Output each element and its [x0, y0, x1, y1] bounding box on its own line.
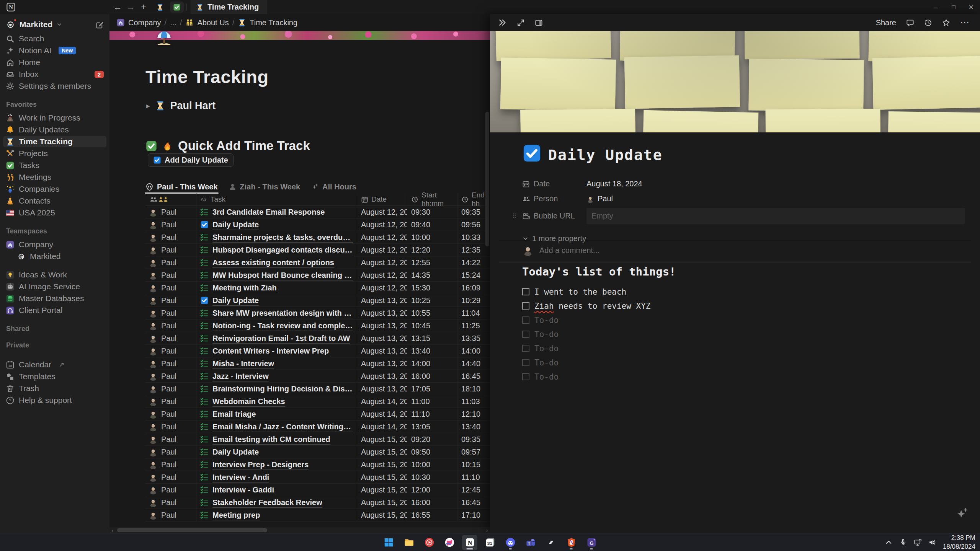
date-cell[interactable]: August 13, 2024	[357, 320, 407, 332]
sidebar-item[interactable]: Master Databases	[3, 293, 106, 304]
taskbar-clock[interactable]: 2:38 PM 18/08/2024	[943, 534, 975, 551]
start-time-cell[interactable]: 10:45	[407, 320, 457, 332]
task-cell[interactable]: Interview - Andi	[196, 471, 357, 483]
start-time-cell[interactable]: 10:00	[407, 458, 457, 471]
task-cell[interactable]: Content Writers - Interview Prep	[196, 345, 357, 357]
nav-back-button[interactable]: ←	[112, 0, 123, 14]
sidebar-item[interactable]: Client Portal	[3, 305, 106, 316]
todo-item[interactable]: To-do	[522, 358, 957, 367]
start-time-cell[interactable]: 16:00	[407, 370, 457, 382]
compose-icon[interactable]	[95, 20, 104, 29]
sidebar-item[interactable]: Daily Updates	[3, 124, 106, 135]
page-title[interactable]: Time Tracking	[145, 66, 269, 87]
date-cell[interactable]: August 12, 2024	[357, 282, 407, 294]
date-cell[interactable]: August 12, 2024	[357, 256, 407, 269]
person-cell[interactable]: Paul	[145, 433, 196, 445]
person-cell[interactable]: Paul	[145, 332, 196, 344]
property-label[interactable]: Person	[522, 194, 586, 203]
workspace-switcher[interactable]: Markited	[0, 16, 109, 33]
date-cell[interactable]: August 13, 2024	[357, 357, 407, 370]
end-time-cell[interactable]: 11:04	[457, 307, 490, 319]
todo-checkbox[interactable]	[522, 302, 529, 310]
property-label[interactable]: Bubble URL	[522, 212, 586, 220]
property-row[interactable]: Date August 18, 2024	[522, 176, 965, 191]
todo-checkbox[interactable]	[522, 331, 529, 338]
breadcrumb-item[interactable]: Time Tracking	[238, 18, 297, 27]
date-cell[interactable]: August 13, 2024	[357, 332, 407, 344]
task-cell[interactable]: Email testing with CM continued	[196, 433, 357, 445]
taskbar-icon[interactable]	[462, 535, 477, 550]
drag-handle-icon[interactable]: ⠿	[512, 213, 516, 220]
sidebar-item[interactable]: Projects	[3, 148, 106, 159]
peek-page-icon-blue-checkbox[interactable]	[522, 143, 542, 163]
person-cell[interactable]: Paul	[145, 446, 196, 458]
task-cell[interactable]: Sharmaine projects & tasks, overdue task…	[196, 231, 357, 243]
person-cell[interactable]: Paul	[145, 458, 196, 471]
start-time-cell[interactable]: 09:20	[407, 433, 457, 445]
end-time-cell[interactable]: 15:24	[457, 269, 490, 281]
expand-icon[interactable]	[517, 19, 525, 27]
sidebar-item[interactable]: Trash	[3, 383, 106, 394]
table-row[interactable]: Paul Notion-ing - Task review and comple…	[145, 320, 490, 332]
vertical-scrollbar[interactable]	[485, 112, 489, 246]
taskbar-icon[interactable]	[564, 535, 579, 550]
end-time-cell[interactable]: 14:22	[457, 256, 490, 269]
todo-checkbox[interactable]	[522, 288, 529, 295]
sidebar-item[interactable]: Ideas & Work	[3, 269, 106, 280]
person-cell[interactable]: Paul	[145, 256, 196, 269]
start-time-cell[interactable]: 13:40	[407, 345, 457, 357]
task-cell[interactable]: Daily Update	[196, 446, 357, 458]
end-time-cell[interactable]: 11:25	[457, 320, 490, 332]
end-time-cell[interactable]: 12:45	[457, 484, 490, 496]
property-row[interactable]: Person Paul	[522, 191, 965, 206]
add-daily-update-button[interactable]: Add Daily Update	[148, 153, 234, 167]
microphone-icon[interactable]	[899, 538, 907, 546]
scroll-right-arrow[interactable]: ›	[484, 527, 490, 533]
start-time-cell[interactable]: 09:40	[407, 218, 457, 231]
task-cell[interactable]: Reinvigoration Email - 1st Draft to AW	[196, 332, 357, 344]
more-menu-icon[interactable]: ⋯	[960, 17, 970, 28]
todo-item[interactable]: To-do	[522, 316, 957, 325]
end-time-cell[interactable]: 13:35	[457, 332, 490, 344]
start-time-cell[interactable]: 09:50	[407, 446, 457, 458]
toggle-paul-hart[interactable]: ▸ Paul Hart	[146, 100, 216, 112]
person-cell[interactable]: Paul	[145, 244, 196, 256]
person-cell[interactable]: Paul	[145, 269, 196, 281]
table-row[interactable]: Paul Brainstorming Hiring Decision & Dis…	[145, 383, 490, 395]
section-heading[interactable]: Quick Add Time Track	[145, 139, 310, 153]
sidebar-item[interactable]: Inbox 2	[3, 68, 106, 80]
person-cell[interactable]: Paul	[145, 509, 196, 521]
horizontal-scrollbar[interactable]: ‹ ›	[109, 527, 490, 533]
nav-forward-button[interactable]: →	[125, 0, 136, 14]
date-cell[interactable]: August 13, 2024	[357, 370, 407, 382]
side-peek-icon[interactable]	[535, 19, 543, 27]
sidebar-item[interactable]: Meetings	[3, 171, 106, 183]
history-icon[interactable]	[924, 19, 932, 27]
date-cell[interactable]: August 15, 2024	[357, 496, 407, 509]
start-time-cell[interactable]: 14:35	[407, 269, 457, 281]
favorites-section-label[interactable]: Favorites	[0, 92, 109, 112]
todo-item[interactable]: To-do	[522, 330, 957, 339]
date-cell[interactable]: August 12, 2024	[357, 269, 407, 281]
date-cell[interactable]: August 15, 2024	[357, 458, 407, 471]
sidebar-item[interactable]: AI Image Service	[3, 281, 106, 292]
person-cell[interactable]: Paul	[145, 282, 196, 294]
start-time-cell[interactable]: 15:30	[407, 282, 457, 294]
view-tab[interactable]: All Hours	[311, 181, 356, 193]
person-cell[interactable]: Paul	[145, 345, 196, 357]
sidebar-item[interactable]: Companies	[3, 183, 106, 195]
taskbar-icon[interactable]	[503, 535, 518, 550]
person-cell[interactable]: Paul	[145, 471, 196, 483]
end-time-cell[interactable]: 10:15	[457, 458, 490, 471]
view-tab[interactable]: Paul - This Week	[145, 181, 218, 193]
task-cell[interactable]: Brainstorming Hiring Decision & Discussi…	[196, 383, 357, 395]
task-cell[interactable]: MW Hubspot Hard Bounce cleaning & report…	[196, 269, 357, 281]
todo-checkbox[interactable]	[522, 359, 529, 366]
date-cell[interactable]: August 13, 2024	[357, 294, 407, 306]
sidebar-item[interactable]: Search	[3, 33, 106, 44]
sidebar-item[interactable]: Contacts	[3, 195, 106, 207]
date-cell[interactable]: August 12, 2024	[357, 218, 407, 231]
start-time-cell[interactable]: 10:55	[407, 307, 457, 319]
taskbar-icon[interactable]	[584, 535, 599, 550]
todo-item[interactable]: To-do	[522, 344, 957, 353]
